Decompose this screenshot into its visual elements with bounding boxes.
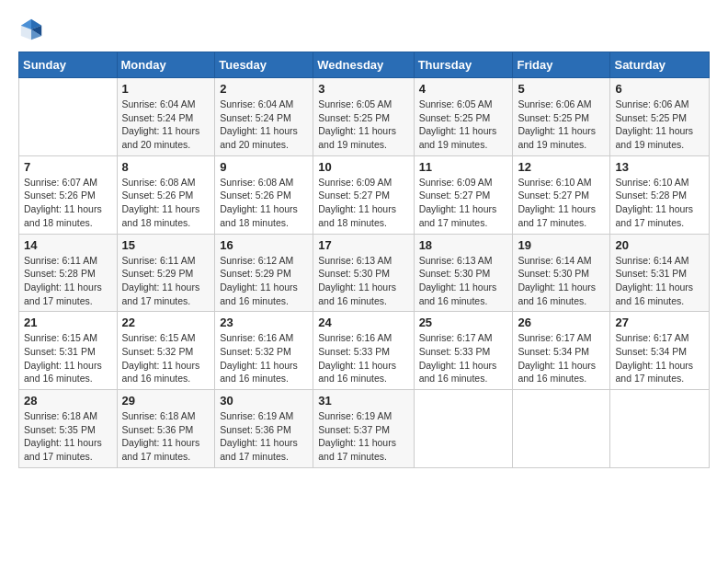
day-info: Sunrise: 6:11 AMSunset: 5:29 PMDaylight:… xyxy=(122,254,210,308)
calendar-cell: 23Sunrise: 6:16 AMSunset: 5:32 PMDayligh… xyxy=(215,312,313,390)
day-info: Sunrise: 6:15 AMSunset: 5:32 PMDaylight:… xyxy=(122,331,210,385)
day-info: Sunrise: 6:08 AMSunset: 5:26 PMDaylight:… xyxy=(122,176,210,230)
day-info: Sunrise: 6:06 AMSunset: 5:25 PMDaylight:… xyxy=(615,98,704,152)
day-number: 15 xyxy=(122,238,210,252)
day-info: Sunrise: 6:19 AMSunset: 5:37 PMDaylight:… xyxy=(318,409,408,464)
day-info: Sunrise: 6:16 AMSunset: 5:32 PMDaylight:… xyxy=(220,331,308,385)
day-info: Sunrise: 6:04 AMSunset: 5:24 PMDaylight:… xyxy=(220,98,308,152)
calendar-cell: 9Sunrise: 6:08 AMSunset: 5:26 PMDaylight… xyxy=(215,155,313,234)
calendar-header: SundayMondayTuesdayWednesdayThursdayFrid… xyxy=(19,52,710,78)
day-info: Sunrise: 6:06 AMSunset: 5:25 PMDaylight:… xyxy=(518,98,605,152)
calendar-cell: 27Sunrise: 6:17 AMSunset: 5:34 PMDayligh… xyxy=(610,312,710,390)
header-day-sunday: Sunday xyxy=(19,52,118,78)
day-info: Sunrise: 6:15 AMSunset: 5:31 PMDaylight:… xyxy=(24,331,112,385)
calendar-cell: 18Sunrise: 6:13 AMSunset: 5:30 PMDayligh… xyxy=(414,234,513,312)
day-number: 21 xyxy=(24,316,112,329)
day-number: 1 xyxy=(122,82,210,96)
day-info: Sunrise: 6:18 AMSunset: 5:36 PMDaylight:… xyxy=(122,409,210,464)
calendar-cell: 17Sunrise: 6:13 AMSunset: 5:30 PMDayligh… xyxy=(313,234,414,312)
calendar-cell: 6Sunrise: 6:06 AMSunset: 5:25 PMDaylight… xyxy=(610,78,710,156)
day-info: Sunrise: 6:09 AMSunset: 5:27 PMDaylight:… xyxy=(318,176,408,230)
week-row-2: 7Sunrise: 6:07 AMSunset: 5:26 PMDaylight… xyxy=(19,155,710,234)
day-info: Sunrise: 6:13 AMSunset: 5:30 PMDaylight:… xyxy=(419,254,508,308)
header-day-tuesday: Tuesday xyxy=(215,52,313,78)
day-info: Sunrise: 6:09 AMSunset: 5:27 PMDaylight:… xyxy=(419,176,508,230)
day-info: Sunrise: 6:14 AMSunset: 5:30 PMDaylight:… xyxy=(518,254,605,308)
day-number: 22 xyxy=(122,316,210,329)
calendar-table: SundayMondayTuesdayWednesdayThursdayFrid… xyxy=(18,52,710,468)
day-number: 25 xyxy=(419,316,508,329)
week-row-5: 28Sunrise: 6:18 AMSunset: 5:35 PMDayligh… xyxy=(19,390,710,468)
day-info: Sunrise: 6:10 AMSunset: 5:28 PMDaylight:… xyxy=(615,176,704,230)
day-number: 29 xyxy=(122,394,210,408)
calendar-cell: 30Sunrise: 6:19 AMSunset: 5:36 PMDayligh… xyxy=(215,390,313,468)
calendar-cell: 10Sunrise: 6:09 AMSunset: 5:27 PMDayligh… xyxy=(313,155,414,234)
calendar-cell: 8Sunrise: 6:08 AMSunset: 5:26 PMDaylight… xyxy=(117,155,215,234)
logo xyxy=(18,17,48,42)
day-number: 20 xyxy=(615,238,704,252)
day-info: Sunrise: 6:17 AMSunset: 5:34 PMDaylight:… xyxy=(518,331,605,385)
calendar-cell xyxy=(513,390,610,468)
day-info: Sunrise: 6:10 AMSunset: 5:27 PMDaylight:… xyxy=(518,176,605,230)
day-number: 11 xyxy=(419,160,508,174)
header-row: SundayMondayTuesdayWednesdayThursdayFrid… xyxy=(19,52,710,78)
week-row-4: 21Sunrise: 6:15 AMSunset: 5:31 PMDayligh… xyxy=(19,312,710,390)
day-info: Sunrise: 6:17 AMSunset: 5:33 PMDaylight:… xyxy=(419,331,508,385)
day-info: Sunrise: 6:11 AMSunset: 5:28 PMDaylight:… xyxy=(24,254,112,308)
day-number: 2 xyxy=(220,82,308,96)
day-info: Sunrise: 6:05 AMSunset: 5:25 PMDaylight:… xyxy=(419,98,508,152)
calendar-cell: 15Sunrise: 6:11 AMSunset: 5:29 PMDayligh… xyxy=(117,234,215,312)
calendar-cell: 12Sunrise: 6:10 AMSunset: 5:27 PMDayligh… xyxy=(513,155,610,234)
calendar-cell: 1Sunrise: 6:04 AMSunset: 5:24 PMDaylight… xyxy=(117,78,215,156)
calendar-cell: 20Sunrise: 6:14 AMSunset: 5:31 PMDayligh… xyxy=(610,234,710,312)
logo-icon xyxy=(18,17,44,42)
day-info: Sunrise: 6:13 AMSunset: 5:30 PMDaylight:… xyxy=(318,254,408,308)
day-number: 31 xyxy=(318,394,408,408)
calendar-cell: 7Sunrise: 6:07 AMSunset: 5:26 PMDaylight… xyxy=(19,155,118,234)
calendar-cell: 2Sunrise: 6:04 AMSunset: 5:24 PMDaylight… xyxy=(215,78,313,156)
day-number: 27 xyxy=(615,316,704,329)
calendar-cell: 24Sunrise: 6:16 AMSunset: 5:33 PMDayligh… xyxy=(313,312,414,390)
day-number: 6 xyxy=(615,82,704,96)
day-number: 4 xyxy=(419,82,508,96)
day-number: 30 xyxy=(220,394,308,408)
day-number: 16 xyxy=(220,238,308,252)
day-info: Sunrise: 6:07 AMSunset: 5:26 PMDaylight:… xyxy=(24,176,112,230)
day-number: 9 xyxy=(220,160,308,174)
day-number: 28 xyxy=(24,394,112,408)
week-row-3: 14Sunrise: 6:11 AMSunset: 5:28 PMDayligh… xyxy=(19,234,710,312)
day-number: 8 xyxy=(122,160,210,174)
calendar-cell: 19Sunrise: 6:14 AMSunset: 5:30 PMDayligh… xyxy=(513,234,610,312)
day-number: 18 xyxy=(419,238,508,252)
day-info: Sunrise: 6:04 AMSunset: 5:24 PMDaylight:… xyxy=(122,98,210,152)
day-info: Sunrise: 6:19 AMSunset: 5:36 PMDaylight:… xyxy=(220,409,308,464)
day-number: 3 xyxy=(318,82,408,96)
calendar-cell xyxy=(19,78,118,156)
calendar-cell: 4Sunrise: 6:05 AMSunset: 5:25 PMDaylight… xyxy=(414,78,513,156)
week-row-1: 1Sunrise: 6:04 AMSunset: 5:24 PMDaylight… xyxy=(19,78,710,156)
page: SundayMondayTuesdayWednesdayThursdayFrid… xyxy=(0,0,728,563)
day-number: 14 xyxy=(24,238,112,252)
calendar-cell: 13Sunrise: 6:10 AMSunset: 5:28 PMDayligh… xyxy=(610,155,710,234)
day-number: 5 xyxy=(518,82,605,96)
calendar-cell: 28Sunrise: 6:18 AMSunset: 5:35 PMDayligh… xyxy=(19,390,118,468)
day-number: 24 xyxy=(318,316,408,329)
day-info: Sunrise: 6:16 AMSunset: 5:33 PMDaylight:… xyxy=(318,331,408,385)
header-day-wednesday: Wednesday xyxy=(313,52,414,78)
calendar-cell: 25Sunrise: 6:17 AMSunset: 5:33 PMDayligh… xyxy=(414,312,513,390)
day-number: 23 xyxy=(220,316,308,329)
calendar-cell: 29Sunrise: 6:18 AMSunset: 5:36 PMDayligh… xyxy=(117,390,215,468)
calendar-body: 1Sunrise: 6:04 AMSunset: 5:24 PMDaylight… xyxy=(19,78,710,468)
day-info: Sunrise: 6:12 AMSunset: 5:29 PMDaylight:… xyxy=(220,254,308,308)
day-info: Sunrise: 6:17 AMSunset: 5:34 PMDaylight:… xyxy=(615,331,704,385)
day-info: Sunrise: 6:05 AMSunset: 5:25 PMDaylight:… xyxy=(318,98,408,152)
day-info: Sunrise: 6:08 AMSunset: 5:26 PMDaylight:… xyxy=(220,176,308,230)
day-info: Sunrise: 6:14 AMSunset: 5:31 PMDaylight:… xyxy=(615,254,704,308)
calendar-cell xyxy=(414,390,513,468)
calendar-cell: 3Sunrise: 6:05 AMSunset: 5:25 PMDaylight… xyxy=(313,78,414,156)
calendar-cell: 16Sunrise: 6:12 AMSunset: 5:29 PMDayligh… xyxy=(215,234,313,312)
day-number: 17 xyxy=(318,238,408,252)
calendar-cell: 11Sunrise: 6:09 AMSunset: 5:27 PMDayligh… xyxy=(414,155,513,234)
calendar-cell: 31Sunrise: 6:19 AMSunset: 5:37 PMDayligh… xyxy=(313,390,414,468)
header-day-friday: Friday xyxy=(513,52,610,78)
